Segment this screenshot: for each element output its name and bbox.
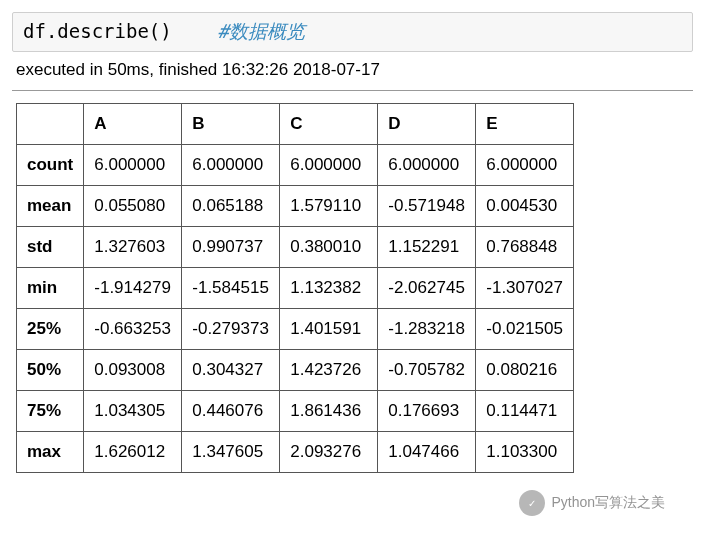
data-cell: 1.047466 <box>378 432 476 473</box>
column-header: E <box>476 104 574 145</box>
data-cell: 0.093008 <box>84 350 182 391</box>
data-cell: 1.626012 <box>84 432 182 473</box>
data-cell: 0.304327 <box>182 350 280 391</box>
table-row: 50%0.0930080.3043271.423726-0.7057820.08… <box>17 350 574 391</box>
data-cell: 1.034305 <box>84 391 182 432</box>
data-cell: 0.080216 <box>476 350 574 391</box>
data-cell: -0.663253 <box>84 309 182 350</box>
table-row: 25%-0.663253-0.2793731.401591-1.283218-0… <box>17 309 574 350</box>
row-index-cell: 50% <box>17 350 84 391</box>
data-cell: 6.000000 <box>378 145 476 186</box>
data-cell: -0.279373 <box>182 309 280 350</box>
data-cell: 1.152291 <box>378 227 476 268</box>
data-cell: -0.021505 <box>476 309 574 350</box>
table-row: count6.0000006.0000006.0000006.0000006.0… <box>17 145 574 186</box>
row-index-cell: max <box>17 432 84 473</box>
data-cell: 1.327603 <box>84 227 182 268</box>
table-row: min-1.914279-1.5845151.132382-2.062745-1… <box>17 268 574 309</box>
data-cell: 0.176693 <box>378 391 476 432</box>
data-cell: 0.768848 <box>476 227 574 268</box>
data-cell: -1.283218 <box>378 309 476 350</box>
data-cell: 6.000000 <box>476 145 574 186</box>
data-cell: 1.347605 <box>182 432 280 473</box>
data-cell: 0.065188 <box>182 186 280 227</box>
data-cell: -1.307027 <box>476 268 574 309</box>
row-index-cell: 25% <box>17 309 84 350</box>
data-cell: 0.446076 <box>182 391 280 432</box>
data-cell: 6.000000 <box>280 145 378 186</box>
dataframe-output-table: A B C D E count6.0000006.0000006.0000006… <box>16 103 574 473</box>
code-comment: #数据概览 <box>218 20 305 42</box>
execution-info: executed in 50ms, finished 16:32:26 2018… <box>12 52 693 91</box>
column-header: A <box>84 104 182 145</box>
data-cell: 1.132382 <box>280 268 378 309</box>
data-cell: 0.055080 <box>84 186 182 227</box>
table-row: std1.3276030.9907370.3800101.1522910.768… <box>17 227 574 268</box>
data-cell: 0.114471 <box>476 391 574 432</box>
row-index-cell: mean <box>17 186 84 227</box>
data-cell: 6.000000 <box>84 145 182 186</box>
data-cell: -2.062745 <box>378 268 476 309</box>
table-row: max1.6260121.3476052.0932761.0474661.103… <box>17 432 574 473</box>
row-index-cell: 75% <box>17 391 84 432</box>
data-cell: 6.000000 <box>182 145 280 186</box>
data-cell: 1.103300 <box>476 432 574 473</box>
code-input-cell[interactable]: df.describe() #数据概览 <box>12 12 693 52</box>
data-cell: -1.914279 <box>84 268 182 309</box>
data-cell: 0.380010 <box>280 227 378 268</box>
data-cell: 2.093276 <box>280 432 378 473</box>
data-cell: 1.423726 <box>280 350 378 391</box>
data-cell: 1.401591 <box>280 309 378 350</box>
data-cell: -0.571948 <box>378 186 476 227</box>
data-cell: -1.584515 <box>182 268 280 309</box>
table-row: 75%1.0343050.4460761.8614360.1766930.114… <box>17 391 574 432</box>
code-call: df.describe() <box>23 20 172 42</box>
data-cell: 1.861436 <box>280 391 378 432</box>
table-header-row: A B C D E <box>17 104 574 145</box>
data-cell: 0.004530 <box>476 186 574 227</box>
data-cell: -0.705782 <box>378 350 476 391</box>
data-cell: 0.990737 <box>182 227 280 268</box>
row-index-cell: min <box>17 268 84 309</box>
data-cell: 1.579110 <box>280 186 378 227</box>
column-header: C <box>280 104 378 145</box>
column-header: D <box>378 104 476 145</box>
row-index-cell: count <box>17 145 84 186</box>
table-corner-cell <box>17 104 84 145</box>
table-row: mean0.0550800.0651881.579110-0.5719480.0… <box>17 186 574 227</box>
row-index-cell: std <box>17 227 84 268</box>
column-header: B <box>182 104 280 145</box>
